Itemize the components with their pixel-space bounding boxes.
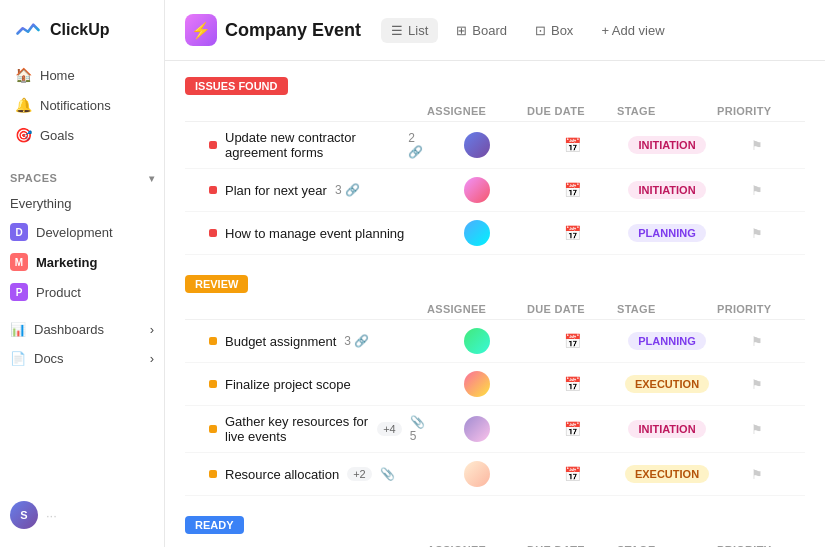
priority-cell[interactable]: ⚑ <box>717 138 797 153</box>
col-stage-label: STAGE <box>617 105 717 117</box>
sidebar-item-home-label: Home <box>40 68 75 83</box>
calendar-icon: 📅 <box>564 421 581 437</box>
task-name-cell: Update new contractor agreement forms 2 … <box>209 130 427 160</box>
stage-badge: PLANNING <box>628 332 705 350</box>
col-assignee-label: ASSIGNEE <box>427 303 527 315</box>
table-row[interactable]: Budget assignment 3 🔗 📅 PLANNING ⚑ <box>185 320 805 363</box>
sidebar-item-marketing[interactable]: M Marketing <box>0 247 164 277</box>
sidebar-item-goals-label: Goals <box>40 128 74 143</box>
task-dot <box>209 337 217 345</box>
due-date-cell[interactable]: 📅 <box>527 376 617 392</box>
group-issues-found: ISSUES FOUND ASSIGNEE DUE DATE STAGE PRI… <box>185 77 805 255</box>
review-table-header: ASSIGNEE DUE DATE STAGE PRIORITY <box>185 299 805 320</box>
col-duedate-label: DUE DATE <box>527 105 617 117</box>
assignee-avatar <box>464 461 490 487</box>
board-tab-icon: ⊞ <box>456 23 467 38</box>
issues-table-header: ASSIGNEE DUE DATE STAGE PRIORITY <box>185 101 805 122</box>
due-date-cell[interactable]: 📅 <box>527 466 617 482</box>
assignee-avatar <box>464 220 490 246</box>
task-meta: 3 🔗 <box>344 334 369 348</box>
tab-list[interactable]: ☰ List <box>381 18 438 43</box>
assignee-cell <box>427 132 527 158</box>
sidebar-item-everything[interactable]: Everything <box>0 190 164 217</box>
table-row[interactable]: Resource allocation +2 📎 📅 EXECUTION ⚑ <box>185 453 805 496</box>
table-row[interactable]: Update new contractor agreement forms 2 … <box>185 122 805 169</box>
stage-badge: PLANNING <box>628 224 705 242</box>
due-date-cell[interactable]: 📅 <box>527 137 617 153</box>
assignee-cell <box>427 416 527 442</box>
sidebar-item-development[interactable]: D Development <box>0 217 164 247</box>
task-name: Budget assignment <box>225 334 336 349</box>
table-row[interactable]: Gather key resources for live events +4 … <box>185 406 805 453</box>
due-date-cell[interactable]: 📅 <box>527 182 617 198</box>
sidebar-item-goals[interactable]: 🎯 Goals <box>6 120 158 150</box>
stage-cell[interactable]: INITIATION <box>617 420 717 438</box>
table-row[interactable]: Finalize project scope 📅 EXECUTION ⚑ <box>185 363 805 406</box>
stage-badge: INITIATION <box>628 136 705 154</box>
tab-board[interactable]: ⊞ Board <box>446 18 517 43</box>
sidebar-footer[interactable]: S ··· <box>0 491 164 535</box>
priority-cell[interactable]: ⚑ <box>717 183 797 198</box>
stage-cell[interactable]: INITIATION <box>617 181 717 199</box>
task-dot <box>209 470 217 478</box>
stage-cell[interactable]: INITIATION <box>617 136 717 154</box>
priority-cell[interactable]: ⚑ <box>717 467 797 482</box>
due-date-cell[interactable]: 📅 <box>527 225 617 241</box>
assignee-cell <box>427 177 527 203</box>
page-header: ⚡ Company Event ☰ List ⊞ Board ⊡ Box + A… <box>165 0 825 61</box>
col-name-spacer <box>209 105 427 117</box>
sidebar-item-docs[interactable]: 📄 Docs › <box>0 344 164 373</box>
sidebar: ClickUp 🏠 Home 🔔 Notifications 🎯 Goals S… <box>0 0 165 547</box>
list-tab-icon: ☰ <box>391 23 403 38</box>
task-meta: 📎 5 <box>410 415 427 443</box>
sidebar-item-notifications[interactable]: 🔔 Notifications <box>6 90 158 120</box>
stage-cell[interactable]: PLANNING <box>617 332 717 350</box>
spaces-toggle-icon: ▾ <box>149 173 155 184</box>
logo[interactable]: ClickUp <box>0 12 164 60</box>
task-name-cell: Gather key resources for live events +4 … <box>209 414 427 444</box>
stage-badge: EXECUTION <box>625 465 709 483</box>
docs-left: 📄 Docs <box>10 351 64 366</box>
priority-cell[interactable]: ⚑ <box>717 422 797 437</box>
due-date-cell[interactable]: 📅 <box>527 421 617 437</box>
assignee-cell <box>427 461 527 487</box>
sidebar-item-home[interactable]: 🏠 Home <box>6 60 158 90</box>
priority-cell[interactable]: ⚑ <box>717 226 797 241</box>
list-tab-label: List <box>408 23 428 38</box>
flag-icon: ⚑ <box>751 467 763 482</box>
due-date-cell[interactable]: 📅 <box>527 333 617 349</box>
stage-cell[interactable]: EXECUTION <box>617 375 717 393</box>
add-view-button[interactable]: + Add view <box>591 18 674 43</box>
sidebar-item-dashboards[interactable]: 📊 Dashboards › <box>0 315 164 344</box>
ready-badge: READY <box>185 516 244 534</box>
table-row[interactable]: Plan for next year 3 🔗 📅 INITIATION ⚑ <box>185 169 805 212</box>
task-dot <box>209 186 217 194</box>
ready-table: ASSIGNEE DUE DATE STAGE PRIORITY New con… <box>185 540 805 547</box>
spaces-section-header[interactable]: Spaces ▾ <box>0 166 164 190</box>
page-title: Company Event <box>225 20 361 41</box>
task-dot <box>209 141 217 149</box>
task-meta: 2 🔗 <box>408 131 427 159</box>
product-label: Product <box>36 285 81 300</box>
sidebar-item-product[interactable]: P Product <box>0 277 164 307</box>
everything-label: Everything <box>10 196 71 211</box>
priority-cell[interactable]: ⚑ <box>717 377 797 392</box>
extra-assignees-badge: +4 <box>377 422 402 436</box>
task-name: Plan for next year <box>225 183 327 198</box>
sidebar-nav: 🏠 Home 🔔 Notifications 🎯 Goals <box>0 60 164 150</box>
priority-cell[interactable]: ⚑ <box>717 334 797 349</box>
assignee-avatar <box>464 132 490 158</box>
sidebar-item-notifications-label: Notifications <box>40 98 111 113</box>
flag-icon: ⚑ <box>751 138 763 153</box>
project-icon: ⚡ <box>185 14 217 46</box>
table-row[interactable]: How to manage event planning 📅 PLANNING … <box>185 212 805 255</box>
stage-cell[interactable]: EXECUTION <box>617 465 717 483</box>
marketing-badge: M <box>10 253 28 271</box>
issues-found-badge: ISSUES FOUND <box>185 77 288 95</box>
flag-icon: ⚑ <box>751 183 763 198</box>
calendar-icon: 📅 <box>564 466 581 482</box>
tab-box[interactable]: ⊡ Box <box>525 18 583 43</box>
task-name-cell: Budget assignment 3 🔗 <box>209 334 427 349</box>
stage-cell[interactable]: PLANNING <box>617 224 717 242</box>
flag-icon: ⚑ <box>751 334 763 349</box>
